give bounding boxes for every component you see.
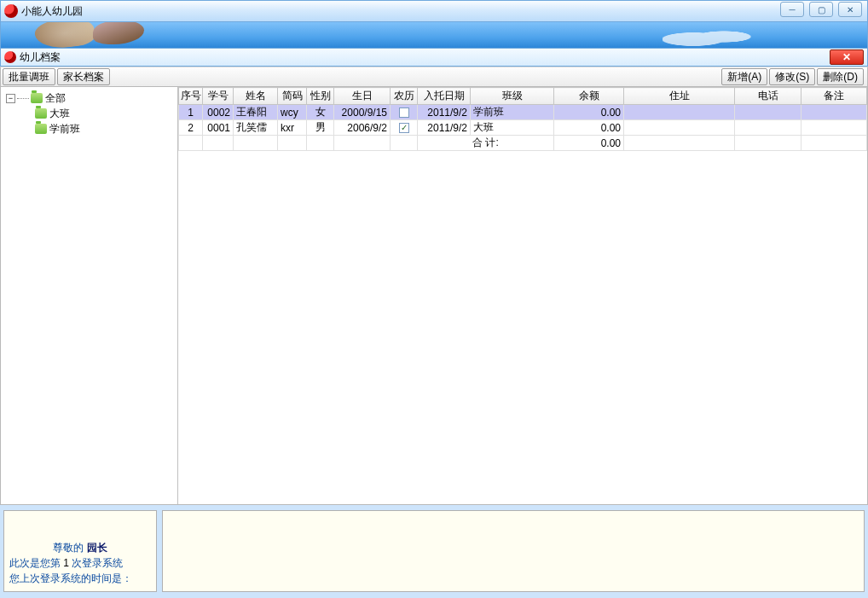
col-address[interactable]: 住址 [624,88,735,105]
minimize-button[interactable]: ─ [780,2,804,17]
folder-icon [35,108,47,119]
lunar-checkbox[interactable] [399,123,409,133]
col-balance[interactable]: 余额 [554,88,624,105]
col-class[interactable]: 班级 [471,88,554,105]
grid-header-row: 序号 学号 姓名 简码 性别 生日 农历 入托日期 班级 余额 住址 电话 备注 [179,88,867,105]
table-row[interactable]: 2 0001 孔笑儒 kxr 男 2006/9/2 2011/9/2 大班 0.… [179,120,867,136]
folder-icon [35,124,47,134]
panel-titlebar: 幼儿档案 ✕ [0,48,868,67]
col-phone[interactable]: 电话 [735,88,801,105]
col-enroll[interactable]: 入托日期 [418,88,471,105]
panel-icon [4,51,16,63]
login-info-panel: 尊敬的 园长 此次是您第 1 次登录系统 您上次登录系统的时间是： [3,510,157,592]
tree-collapse-icon[interactable]: − [6,94,15,103]
tree-root-label: 全部 [45,91,66,106]
col-name[interactable]: 姓名 [234,88,278,105]
class-tree[interactable]: − 全部 大班 学前班 [1,87,178,504]
summary-row: 合 计: 0.00 [179,136,867,151]
col-sid[interactable]: 学号 [203,88,234,105]
col-pinyin[interactable]: 简码 [278,88,307,105]
panel-title: 幼儿档案 [20,50,61,65]
tree-item-label: 学前班 [49,122,80,136]
add-button[interactable]: 新增(A) [721,68,767,85]
app-icon [4,4,18,18]
lunar-checkbox[interactable] [399,107,409,118]
tree-item-label: 大班 [49,107,70,121]
folder-icon [31,93,43,103]
parent-profile-button[interactable]: 家长档案 [57,68,110,85]
footer-spare-panel [162,510,865,592]
maximize-button[interactable]: ▢ [809,2,833,17]
student-grid[interactable]: 序号 学号 姓名 简码 性别 生日 农历 入托日期 班级 余额 住址 电话 备注 [178,87,867,504]
col-gender[interactable]: 性别 [307,88,334,105]
col-lunar[interactable]: 农历 [391,88,418,105]
tree-item[interactable]: 大班 [3,106,176,121]
toolbar: 批量调班 家长档案 新增(A) 修改(S) 删除(D) [0,67,868,87]
footer: 尊敬的 园长 此次是您第 1 次登录系统 您上次登录系统的时间是： [0,510,868,592]
col-seq[interactable]: 序号 [179,88,203,105]
col-remark[interactable]: 备注 [801,88,867,105]
panel-close-button[interactable]: ✕ [830,49,864,65]
delete-button[interactable]: 删除(D) [817,68,864,85]
tree-item[interactable]: 学前班 [3,121,176,136]
col-bday[interactable]: 生日 [334,88,391,105]
hero-strip [0,22,868,48]
role-label: 园长 [87,542,107,554]
close-button[interactable]: ✕ [838,2,862,17]
last-login-label: 您上次登录系统的时间是： [9,571,151,586]
content-area: − 全部 大班 学前班 序号 学号 姓名 [0,87,868,505]
window-title: 小能人幼儿园 [21,4,83,19]
batch-adjust-button[interactable]: 批量调班 [3,68,55,85]
tree-root[interactable]: − 全部 [3,90,176,106]
edit-button[interactable]: 修改(S) [769,68,815,85]
main-window-titlebar: 小能人幼儿园 ─ ▢ ✕ [0,0,868,22]
table-row[interactable]: 1 0002 王春阳 wcy 女 2000/9/15 2011/9/2 学前班 … [179,105,867,120]
